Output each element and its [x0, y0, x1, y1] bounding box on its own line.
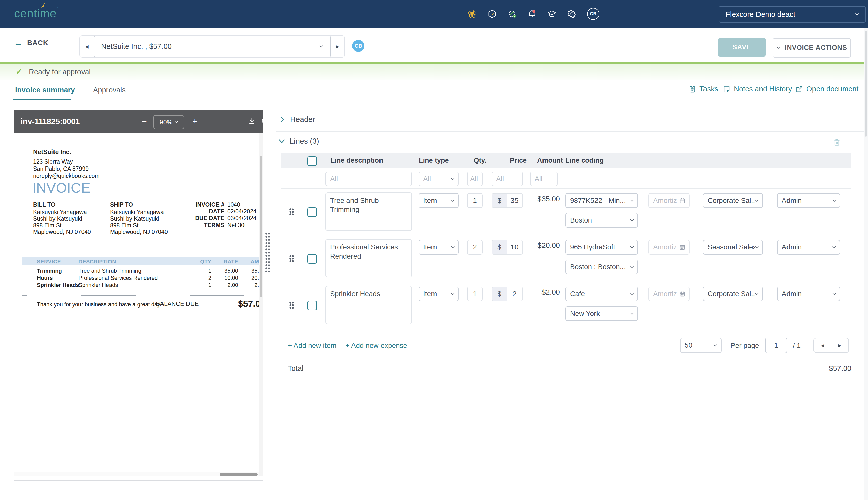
flower-icon[interactable] [467, 9, 477, 19]
class-select[interactable]: Corporate Sal... [703, 193, 763, 208]
qty-input[interactable] [467, 287, 483, 301]
filter-qty-input[interactable] [467, 172, 483, 186]
external-link-icon [795, 85, 803, 93]
pdf-vertical-scroll-thumb[interactable] [260, 156, 262, 297]
chevron-down-icon [630, 292, 634, 296]
chevron-down-icon [832, 246, 836, 249]
invoice-selector: ◂ NetSuite Inc. , $57.00 ▸ [79, 35, 345, 57]
back-button[interactable]: ← BACK [14, 38, 48, 47]
bill-to-label: BILL TO [33, 201, 56, 208]
invoice-document: NetSuite Inc. 123 Sierra Way San Pablo, … [14, 133, 259, 476]
chevron-down-icon [451, 246, 455, 249]
qty-input[interactable] [467, 240, 483, 254]
hexagon-send-icon[interactable] [487, 9, 497, 19]
chevron-down-icon [175, 121, 178, 124]
chevron-right-icon [280, 116, 285, 123]
select-all-checkbox[interactable] [307, 156, 317, 166]
line-description-field[interactable]: Professional Services Rendered [326, 239, 412, 277]
department-select[interactable]: Admin [777, 240, 840, 254]
tab-invoice-summary[interactable]: Invoice summary [15, 86, 75, 94]
doc-company: NetSuite Inc. [33, 148, 71, 156]
ship-to-line: 898 Elm St. [110, 222, 140, 229]
line-type-select[interactable]: Item [419, 240, 459, 254]
page-size-select[interactable]: 50 [680, 338, 722, 353]
line-description-field[interactable]: Tree and Shrub Trimming [326, 193, 412, 231]
add-new-item-link[interactable]: + Add new item [288, 342, 336, 350]
line-type-select[interactable]: Item [419, 287, 459, 301]
lines-section-toggle[interactable]: Lines (3) [279, 137, 319, 145]
page-scroll-thumb[interactable] [865, 31, 867, 137]
notes-history-link[interactable]: Notes and History [723, 85, 792, 93]
company-selector[interactable]: Flexcore Demo deact [719, 6, 866, 23]
qty-input[interactable] [467, 193, 483, 208]
amortization-field[interactable]: Amortiz [649, 193, 690, 208]
zoom-out-button[interactable]: − [140, 116, 148, 126]
row-drag-handle[interactable] [289, 255, 294, 262]
filter-price-input[interactable] [492, 172, 523, 186]
tab-approvals[interactable]: Approvals [93, 86, 126, 94]
prev-page-button[interactable]: ◂ [814, 338, 831, 352]
bill-to-line: Sushi by Katsuyuki [33, 215, 82, 222]
centime-logo[interactable]: centime° [14, 7, 58, 20]
invoice-dropdown[interactable]: NetSuite Inc. , $57.00 [94, 36, 331, 57]
open-document-link[interactable]: Open document [795, 85, 858, 93]
zoom-level-select[interactable]: 90% [154, 115, 184, 129]
meta-value: 03/04/2024 [227, 215, 256, 222]
gl-account-select[interactable]: 965 HydraSoft ... [565, 240, 638, 254]
amortization-field[interactable]: Amortiz [649, 287, 690, 301]
pdf-viewer-toolbar: inv-111825:0001 − 90% + [14, 111, 263, 133]
doc-dotted-divider [22, 295, 259, 296]
sync-status-icon[interactable] [507, 9, 517, 19]
location-select[interactable]: New York [565, 306, 638, 321]
save-button[interactable]: SAVE [718, 38, 766, 57]
filter-amount-input[interactable] [530, 172, 557, 186]
row-checkbox[interactable] [307, 254, 317, 264]
meta-label: TERMS [174, 222, 224, 229]
row-drag-handle[interactable] [289, 208, 294, 215]
pdf-vertical-scrollbar[interactable] [259, 133, 263, 476]
col-line-type: Line type [419, 157, 449, 164]
doc-cell: Professional Services Rendered [78, 275, 158, 281]
page-number-input[interactable] [765, 338, 787, 353]
add-new-expense-link[interactable]: + Add new expense [346, 342, 407, 350]
header-section-toggle[interactable]: Header [280, 115, 315, 124]
doc-address2: San Pablo, CA 87999 [33, 166, 89, 172]
location-select[interactable]: Boston : Boston... [565, 260, 638, 274]
chevron-down-icon [451, 177, 455, 181]
class-select[interactable]: Corporate Sal... [703, 287, 763, 301]
notifications-bell-icon[interactable] [527, 9, 537, 19]
tasks-link[interactable]: Tasks [688, 85, 718, 93]
zoom-in-button[interactable]: + [191, 116, 199, 126]
graduation-cap-icon[interactable] [547, 9, 556, 19]
line-type-select[interactable]: Item [419, 193, 459, 208]
row-checkbox[interactable] [307, 301, 317, 310]
panel-splitter[interactable] [263, 110, 272, 480]
delete-lines-trash-icon[interactable] [833, 138, 841, 147]
filter-description-input[interactable] [326, 172, 412, 186]
gl-account-select[interactable]: Cafe [565, 287, 638, 301]
filter-line-type-select[interactable]: All [419, 172, 459, 186]
assignee-avatar[interactable]: GB [352, 40, 364, 52]
download-icon[interactable] [248, 116, 256, 127]
amortization-field[interactable]: Amortiz [649, 240, 690, 254]
department-select[interactable]: Admin [777, 193, 840, 208]
invoice-actions-button[interactable]: INVOICE ACTIONS [773, 38, 851, 57]
class-select[interactable]: Seasonal Sales [703, 240, 763, 254]
next-page-button[interactable]: ▸ [831, 338, 848, 352]
next-invoice-button[interactable]: ▸ [331, 36, 345, 57]
invoice-dropdown-value: NetSuite Inc. , $57.00 [101, 42, 172, 51]
prev-invoice-button[interactable]: ◂ [80, 36, 94, 57]
calendar-icon [679, 291, 686, 297]
department-select[interactable]: Admin [777, 287, 840, 301]
row-checkbox[interactable] [307, 207, 317, 217]
pdf-horizontal-scrollbar[interactable] [14, 472, 259, 476]
line-description-field[interactable]: Sprinkler Heads [326, 286, 412, 324]
pdf-horizontal-scroll-thumb[interactable] [220, 473, 258, 476]
gl-account-select[interactable]: 9877K522 - Min... [565, 193, 638, 208]
tabs-divider [0, 100, 868, 100]
settings-gear-icon[interactable] [567, 9, 576, 19]
doc-cell: 10.00 [213, 275, 238, 281]
row-drag-handle[interactable] [289, 302, 294, 309]
navbar-user-avatar[interactable]: GB [587, 8, 599, 20]
location-select[interactable]: Boston [565, 213, 638, 228]
